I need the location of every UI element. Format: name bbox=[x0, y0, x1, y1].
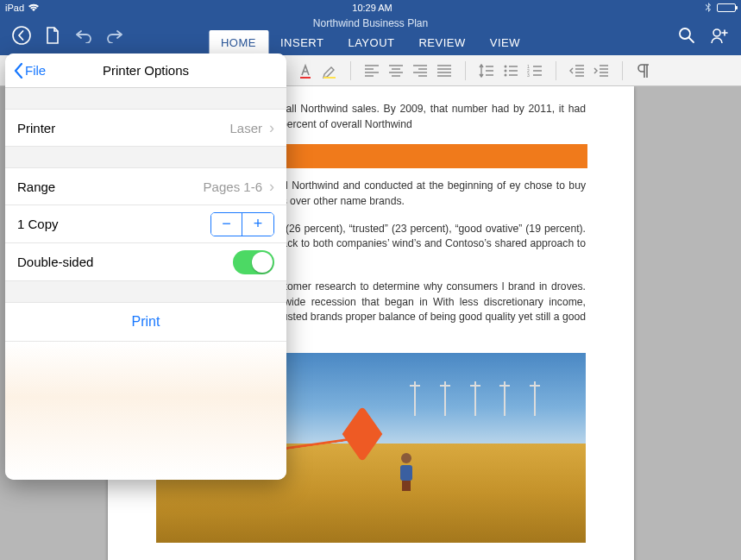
copies-stepper: − + bbox=[210, 212, 274, 236]
align-center-button[interactable] bbox=[384, 59, 408, 83]
font-color-button[interactable] bbox=[293, 59, 317, 83]
svg-point-5 bbox=[505, 65, 507, 67]
paragraph-marks-button[interactable] bbox=[631, 59, 656, 83]
tab-layout[interactable]: LAYOUT bbox=[336, 30, 406, 55]
align-right-button[interactable] bbox=[408, 59, 432, 83]
tab-view[interactable]: VIEW bbox=[478, 30, 532, 55]
back-label: File bbox=[25, 63, 46, 78]
copies-row: 1 Copy − + bbox=[5, 205, 286, 243]
increase-indent-button[interactable] bbox=[589, 59, 613, 83]
redo-button[interactable] bbox=[100, 16, 129, 55]
bluetooth-icon bbox=[705, 3, 712, 13]
align-justify-button[interactable] bbox=[432, 59, 456, 83]
bullets-button[interactable] bbox=[499, 59, 523, 83]
tab-insert[interactable]: INSERT bbox=[268, 30, 336, 55]
tab-review[interactable]: REVIEW bbox=[406, 30, 477, 55]
separator bbox=[622, 61, 623, 80]
status-bar: iPad 10:29 AM bbox=[0, 0, 741, 16]
chevron-right-icon: › bbox=[269, 119, 274, 137]
ribbon-tabs: HOME INSERT LAYOUT REVIEW VIEW bbox=[209, 30, 532, 55]
decrease-indent-button[interactable] bbox=[565, 59, 589, 83]
printer-value: Laser bbox=[229, 121, 262, 135]
svg-point-2 bbox=[713, 29, 720, 36]
file-button[interactable] bbox=[38, 16, 67, 55]
separator bbox=[556, 61, 556, 80]
share-button[interactable] bbox=[705, 16, 734, 55]
align-left-button[interactable] bbox=[360, 59, 384, 83]
highlight-button[interactable] bbox=[317, 59, 342, 83]
search-button[interactable] bbox=[672, 16, 701, 55]
battery-icon bbox=[717, 3, 736, 12]
printer-row[interactable]: Printer Laser › bbox=[5, 109, 286, 147]
svg-point-1 bbox=[680, 28, 690, 39]
status-time: 10:29 AM bbox=[40, 3, 705, 13]
line-spacing-button[interactable] bbox=[474, 59, 499, 83]
svg-rect-4 bbox=[323, 77, 336, 79]
numbering-button[interactable]: 123 bbox=[523, 59, 547, 83]
print-button[interactable]: Print bbox=[5, 302, 286, 342]
double-sided-label: Double-sided bbox=[17, 255, 93, 269]
range-label: Range bbox=[17, 179, 55, 194]
chevron-right-icon: › bbox=[269, 178, 274, 196]
range-value: Pages 1-6 bbox=[204, 179, 262, 194]
svg-rect-3 bbox=[300, 77, 311, 79]
double-sided-row: Double-sided bbox=[5, 243, 286, 281]
tab-home[interactable]: HOME bbox=[209, 30, 268, 55]
child-illustration bbox=[397, 453, 416, 489]
svg-point-7 bbox=[505, 73, 507, 76]
undo-button[interactable] bbox=[69, 16, 98, 55]
back-button[interactable] bbox=[7, 16, 36, 55]
double-sided-toggle[interactable] bbox=[233, 250, 274, 274]
copies-increment-button[interactable]: + bbox=[242, 213, 273, 236]
wifi-icon bbox=[28, 3, 40, 12]
printer-options-popover: File Printer Options Printer Laser › Ran… bbox=[5, 53, 286, 480]
popover-header: File Printer Options bbox=[5, 53, 286, 88]
separator bbox=[465, 61, 466, 80]
separator bbox=[350, 61, 351, 80]
printer-label: Printer bbox=[17, 121, 55, 135]
copies-label: 1 Copy bbox=[17, 217, 59, 231]
carrier-label: iPad bbox=[5, 3, 24, 13]
svg-text:3: 3 bbox=[527, 72, 530, 77]
kite-illustration bbox=[345, 417, 397, 451]
range-row[interactable]: Range Pages 1-6 › bbox=[5, 167, 286, 205]
svg-point-0 bbox=[13, 27, 30, 44]
title-bar: Northwind Business Plan HOME INSERT LAYO… bbox=[0, 16, 741, 55]
svg-point-6 bbox=[505, 69, 507, 72]
back-to-file-button[interactable]: File bbox=[5, 63, 54, 79]
copies-decrement-button[interactable]: − bbox=[211, 213, 242, 236]
